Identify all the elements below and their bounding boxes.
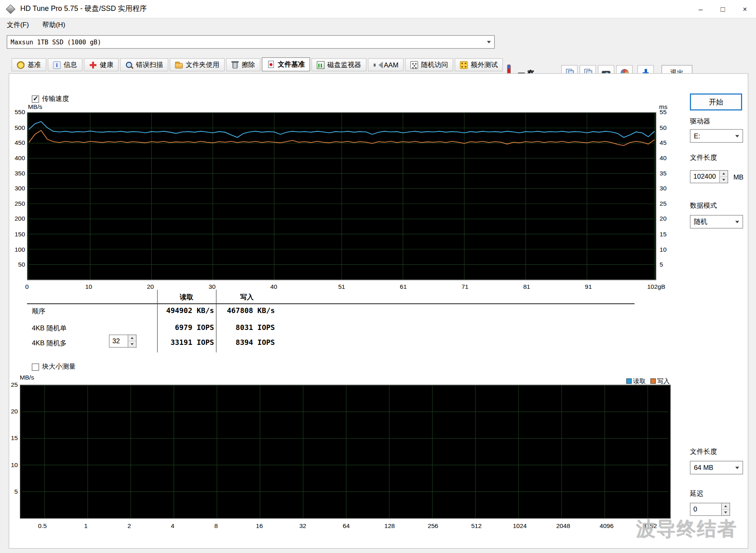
results-divider: [27, 303, 635, 304]
y-axis-tick-left: 400: [10, 154, 25, 161]
y-axis-tick-right: 40: [660, 154, 674, 161]
data-mode-select[interactable]: 随机: [690, 215, 743, 228]
y-axis-tick-right: 45: [660, 139, 674, 146]
health-cross-icon: [89, 61, 97, 69]
results-header-read: 读取: [157, 293, 216, 302]
result-read-value: 494902 KB/s: [158, 306, 214, 315]
delay-value[interactable]: 0: [690, 503, 722, 516]
transfer-speed-checkbox[interactable]: [32, 95, 39, 102]
tab-disk-monitor[interactable]: 磁盘监视器: [311, 58, 366, 71]
drive-select[interactable]: Maxsun 1TB SSD (1000 gB): [7, 35, 495, 48]
x-axis-tick: 16: [256, 522, 263, 529]
chart-bars-icon: [317, 61, 324, 69]
x-axis-tick: 10: [85, 283, 92, 290]
tab-random-access[interactable]: 随机访问: [405, 58, 453, 71]
tab-extra-tests[interactable]: 额外测试: [455, 58, 503, 71]
y-axis-tick: 5: [9, 488, 18, 495]
toolbar: Maxsun 1TB SSD (1000 gB) 一 察 退出: [0, 31, 756, 55]
maximize-button[interactable]: □: [712, 0, 734, 18]
tab-info[interactable]: 信息: [48, 58, 82, 71]
tab-label: 擦除: [242, 61, 255, 69]
results-column-line: [157, 290, 158, 352]
y-axis-tick-right: 15: [660, 230, 674, 238]
delay-stepper[interactable]: 0: [690, 503, 730, 516]
extra-tests-icon: [460, 61, 468, 69]
y-axis-tick: 20: [9, 408, 18, 415]
magnifier-icon: [125, 61, 133, 69]
tab-aam[interactable]: AAM: [368, 58, 404, 71]
x-axis-tick: 4: [171, 522, 175, 529]
app-window: HD Tune Pro 5.75 - 硬盘/SSD 实用程序 – □ × 文件(…: [0, 0, 756, 553]
transfer-speed-label: 传输速度: [42, 94, 69, 103]
block-file-length-value: 64 MB: [694, 464, 713, 472]
spin-down-icon[interactable]: [720, 176, 727, 183]
y-axis-tick-right: 30: [660, 185, 674, 192]
queue-depth-spin-buttons: [128, 334, 136, 347]
y-axis-tick-right: 5: [660, 261, 674, 268]
tab-label: 错误扫描: [136, 61, 163, 69]
y-axis-tick-left: 250: [10, 200, 25, 207]
y-axis-tick-left: 550: [10, 109, 25, 116]
x-axis-tick: 30: [209, 283, 215, 290]
y-axis-tick-left: 500: [10, 124, 25, 131]
block-size-checkbox[interactable]: [32, 363, 39, 371]
data-mode-label: 数据模式: [690, 202, 717, 211]
x-axis-tick: 64: [343, 522, 350, 529]
y-axis-tick-left: 300: [10, 185, 25, 192]
x-axis-tick: 32: [299, 522, 306, 529]
drive-label: 驱动器: [690, 117, 710, 126]
file-length-unit: MB: [733, 173, 743, 181]
delay-label: 延迟: [690, 489, 703, 498]
transfer-speed-checkbox-row: 传输速度: [32, 94, 69, 103]
tab-label: AAM: [384, 61, 398, 69]
x-axis-tick: 71: [462, 283, 468, 290]
tab-error-scan[interactable]: 错误扫描: [120, 58, 169, 71]
tab-erase[interactable]: 擦除: [226, 58, 261, 71]
tab-health[interactable]: 健康: [84, 58, 119, 71]
spin-up-icon[interactable]: [128, 335, 136, 341]
spin-down-icon[interactable]: [722, 509, 729, 515]
legend-read-label: 读取: [633, 378, 645, 385]
start-button[interactable]: 开始: [690, 94, 742, 111]
queue-depth-stepper[interactable]: 32: [109, 334, 136, 347]
y-axis-tick-left: 50: [10, 261, 25, 268]
menu-help[interactable]: 帮助(H): [42, 21, 65, 29]
chevron-down-icon: [484, 36, 494, 48]
tab-benchmark[interactable]: 基准: [12, 58, 46, 71]
chevron-down-icon: [733, 130, 742, 142]
x-axis-tick: 102gB: [647, 283, 665, 290]
x-axis-tick: 512: [471, 522, 482, 529]
x-axis-tick: 4096: [599, 522, 614, 529]
result-row-label: 4KB 随机多: [32, 339, 67, 348]
file-length-spin-buttons: [720, 170, 728, 183]
legend-read-swatch: [627, 378, 632, 384]
dice-icon: [411, 61, 418, 69]
tab-folder-usage[interactable]: 文件夹使用: [170, 58, 225, 71]
block-file-length-select[interactable]: 64 MB: [690, 461, 743, 474]
tab-file-benchmark[interactable]: 文件基准: [262, 57, 310, 71]
trash-icon: [232, 62, 238, 69]
tab-label: 信息: [64, 61, 77, 69]
delay-spin-buttons: [722, 503, 730, 516]
target-drive-select[interactable]: E:: [690, 129, 743, 142]
window-title: HD Tune Pro 5.75 - 硬盘/SSD 实用程序: [20, 4, 147, 14]
tab-label: 文件基准: [278, 60, 305, 69]
target-drive-value: E:: [694, 132, 700, 140]
result-write-value: 467808 KB/s: [217, 306, 275, 315]
spin-up-icon[interactable]: [722, 503, 729, 509]
tab-label: 健康: [100, 61, 113, 69]
close-button[interactable]: ×: [734, 0, 756, 18]
y-axis-tick-left: 100: [10, 246, 25, 253]
menu-file[interactable]: 文件(F): [7, 21, 29, 29]
minimize-button[interactable]: –: [689, 0, 712, 18]
spin-down-icon[interactable]: [128, 341, 136, 347]
x-axis-tick: 8: [214, 522, 218, 529]
tab-label: 基准: [27, 61, 41, 69]
file-length-stepper[interactable]: 102400: [690, 170, 728, 183]
title-bar: HD Tune Pro 5.75 - 硬盘/SSD 实用程序 – □ ×: [0, 0, 756, 18]
queue-depth-value[interactable]: 32: [109, 334, 128, 347]
x-axis-tick: 0.5: [38, 522, 47, 529]
file-length-value[interactable]: 102400: [690, 170, 720, 183]
x-axis-tick: 51: [338, 283, 345, 290]
spin-up-icon[interactable]: [720, 171, 727, 176]
